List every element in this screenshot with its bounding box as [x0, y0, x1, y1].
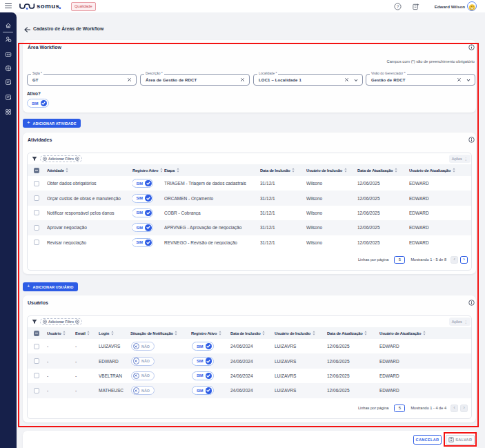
svg-text:somus: somus [37, 2, 59, 10]
svg-text:?: ? [397, 3, 399, 8]
